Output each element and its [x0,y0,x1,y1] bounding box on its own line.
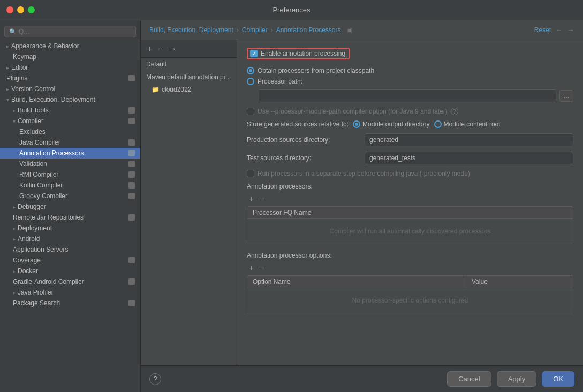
test-sources-input[interactable] [365,152,573,164]
remove-annotation-button[interactable]: − [258,193,266,204]
ok-button[interactable]: OK [542,371,574,387]
minimize-button[interactable] [17,6,24,13]
sidebar-item-coverage[interactable]: Coverage [0,255,140,266]
add-processor-button[interactable]: + [145,43,154,54]
help-button[interactable]: ? [149,373,161,385]
close-button[interactable] [6,6,13,13]
test-sources-label: Test sources directory: [247,154,365,162]
sidebar-item-groovy-compiler[interactable]: Groovy Compiler [0,191,140,201]
store-label: Store generated sources relative to: [247,120,349,128]
sidebar-item-package-search[interactable]: Package Search [0,298,140,308]
options-table-header: Option Name Value [247,276,573,288]
sidebar-item-application-servers[interactable]: Application Servers [0,244,140,255]
arrow-icon: ▾ [6,97,9,103]
badge-icon [128,171,135,178]
sidebar-item-deployment[interactable]: ▸ Deployment [0,223,140,233]
sidebar-item-build-tools[interactable]: ▸ Build Tools [0,105,140,116]
path-browse-button[interactable]: … [559,90,573,102]
forward-button[interactable]: → [567,26,574,34]
sidebar-item-plugins[interactable]: Plugins [0,73,140,84]
sidebar-item-label: Deployment [18,224,135,232]
sidebar-item-debugger[interactable]: ▸ Debugger [0,201,140,212]
run-separate-checkbox[interactable] [247,170,254,177]
sidebar-item-remote-jar[interactable]: Remote Jar Repositories [0,212,140,223]
check-icon: ✓ [252,50,256,57]
search-input[interactable] [19,28,131,35]
processor-path-input[interactable] [259,89,556,102]
remove-processor-button[interactable]: − [156,43,164,54]
help-icon[interactable]: ? [451,108,458,115]
obtain-label: Obtain processors from project classpath [258,67,374,74]
sidebar-item-build-execution[interactable]: ▾ Build, Execution, Deployment [0,94,140,105]
arrow-icon: ▸ [6,65,9,71]
sidebar-item-excludes[interactable]: Excludes [0,126,140,137]
navigate-processor-button[interactable]: → [166,43,178,54]
panel-content: + − → Default Maven default annotation p… [141,40,583,365]
sidebar-item-label: Keymap [13,53,135,61]
badge-icon [128,161,135,167]
sidebar-item-java-profiler[interactable]: ▸ Java Profiler [0,287,140,298]
breadcrumb-part-1[interactable]: Build, Execution, Deployment [149,26,233,34]
sidebar-item-validation[interactable]: Validation [0,159,140,169]
processor-path-radio[interactable] [247,78,254,85]
sidebar-item-label: Java Profiler [18,289,135,296]
remove-option-button[interactable]: − [258,262,266,273]
sidebar-item-keymap[interactable]: Keymap [0,51,140,62]
store-sources-row: Store generated sources relative to: Mod… [247,120,573,128]
badge-icon [128,118,135,124]
sidebar-item-docker[interactable]: ▸ Docker [0,266,140,276]
sidebar-item-version-control[interactable]: ▸ Version Control [0,84,140,94]
sidebar-item-rmi-compiler[interactable]: RMI Compiler [0,169,140,180]
arrow-icon: ▸ [13,290,16,296]
arrow-icon: ▸ [6,43,9,49]
sidebar-item-label: Kotlin Compiler [19,182,126,189]
module-path-checkbox[interactable] [247,108,254,115]
sidebar-item-annotation-processors[interactable]: Annotation Processors [0,148,140,159]
breadcrumb-sep-2: › [271,26,273,34]
processor-item-default[interactable]: Default [141,58,237,71]
enable-checkbox[interactable]: ✓ [250,50,258,57]
badge-icon [128,75,135,81]
production-sources-input[interactable] [365,133,573,146]
sidebar-item-label: Build, Execution, Deployment [11,96,135,103]
add-option-button[interactable]: + [247,262,255,273]
arrow-icon: ▸ [13,236,16,242]
table-header: Processor FQ Name [247,207,573,219]
obtain-radio[interactable] [247,67,254,74]
sidebar-item-kotlin-compiler[interactable]: Kotlin Compiler [0,180,140,191]
processor-path-row: Processor path: [247,78,573,85]
cancel-button[interactable]: Cancel [447,371,491,387]
sidebar-item-gradle-android[interactable]: Gradle-Android Compiler [0,276,140,287]
processor-item-maven[interactable]: Maven default annotation pr... [141,71,237,84]
production-sources-row: Production sources directory: [247,133,573,146]
sidebar-item-editor[interactable]: ▸ Editor [0,62,140,73]
sidebar-item-compiler[interactable]: ▾ Compiler [0,116,140,126]
maximize-button[interactable] [28,6,35,13]
processor-list-panel: + − → Default Maven default annotation p… [141,40,237,365]
processor-item-cloud[interactable]: 📁 cloud2022 [141,84,237,95]
sidebar-item-label: Android [18,235,135,243]
sidebar-item-appearance[interactable]: ▸ Appearance & Behavior [0,41,140,51]
sidebar-item-label: Build Tools [18,107,126,114]
reset-button[interactable]: Reset [534,26,551,34]
sidebar-item-java-compiler[interactable]: Java Compiler [0,137,140,148]
processor-sub-label: cloud2022 [162,86,191,93]
options-empty-message: No processor-specific options configured [344,288,477,313]
arrow-icon: ▸ [13,108,16,114]
enable-row: ✓ Enable annotation processing [247,48,573,59]
apply-button[interactable]: Apply [497,371,537,387]
badge-icon [128,182,135,189]
sidebar-item-android[interactable]: ▸ Android [0,233,140,244]
titlebar: Preferences [0,0,583,20]
arrow-icon: ▾ [13,118,16,124]
back-button[interactable]: ← [555,26,563,34]
breadcrumb-part-2[interactable]: Compiler [242,26,268,34]
sidebar-item-label: Java Compiler [19,139,126,146]
module-output-radio[interactable] [353,120,360,128]
add-annotation-button[interactable]: + [247,193,255,204]
annotation-processors-section-label: Annotation processors: [247,183,573,190]
path-input-row: … [259,89,573,102]
sidebar-item-label: Editor [11,64,135,71]
search-box[interactable]: 🔍 [4,26,136,37]
module-content-radio[interactable] [434,120,442,128]
